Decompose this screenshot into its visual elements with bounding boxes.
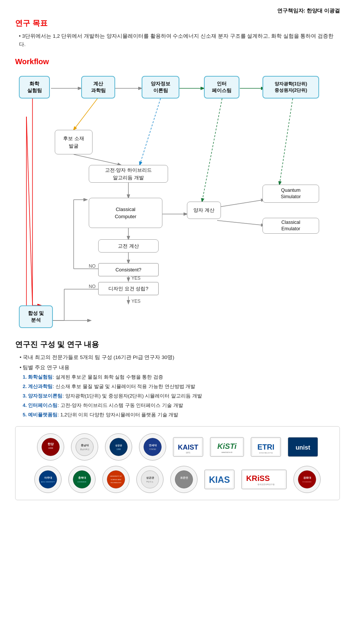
svg-text:CHUNGBUK: CHUNGBUK [77, 481, 86, 483]
candidate-node: 후보 소재발굴 [55, 130, 93, 154]
svg-text:한국전자통신연구원: 한국전자통신연구원 [259, 452, 273, 454]
numbered-item-1: 1. 화학실험팀: 설계된 후보군 물질의 화학 실험 수행을 통한 검증 [23, 373, 340, 381]
numbered-item-3: 3. 양자정보이론팀: 양자광학(1단위) 및 중성원자(2단위) 시뮬레이터 … [23, 392, 340, 400]
svg-text:NO: NO [89, 263, 96, 269]
svg-line-24 [26, 117, 32, 305]
svg-text:충남대: 충남대 [81, 444, 89, 447]
logo-standard: 표준연 [170, 466, 198, 493]
logo-kaist: KAIST 1971 [173, 437, 203, 457]
logo-bar: 한양 1939 충남대 충남대학교 성균관 1398 [15, 426, 340, 500]
svg-text:1398: 1398 [116, 448, 120, 451]
numbered-item-2: 2. 계산과학팀: 신소재 후보 물질 발굴 및 시뮬레이터 적용 가능한 연산… [23, 383, 340, 391]
svg-text:충남대학교: 충남대학교 [80, 448, 90, 451]
svg-text:unist: unist [296, 444, 310, 451]
svg-text:YONSEI: YONSEI [149, 448, 156, 451]
svg-text:연세대: 연세대 [149, 444, 157, 447]
svg-text:1971: 1971 [186, 451, 190, 454]
svg-text:AJOU UNIVERSITY: AJOU UNIVERSITY [41, 481, 55, 483]
inter-team-box: 인터페이스팀 [204, 76, 239, 99]
svg-text:경희대: 경희대 [303, 477, 311, 479]
svg-point-68 [175, 471, 193, 488]
svg-text:YES: YES [131, 299, 140, 304]
logo-ajou: 아주대 AJOU UNIVERSITY [34, 466, 62, 493]
svg-text:SCIENCE AND: SCIENCE AND [111, 479, 121, 481]
research-team-section: 연구진 구성 및 연구 내용 국내 최고의 전문가들로 5개의 팀 구성 (16… [15, 339, 340, 419]
svg-text:KiSTi: KiSTi [218, 442, 237, 451]
svg-text:www.kisti.re.kr: www.kisti.re.kr [222, 452, 233, 454]
logo-skku-p: 성균관 P연구소 [136, 466, 164, 493]
svg-text:표준연: 표준연 [180, 477, 188, 479]
svg-text:성균관: 성균관 [146, 477, 154, 479]
logo-yonsei: 연세대 YONSEI [139, 433, 166, 461]
calc-team-box: 계산과학팀 [81, 76, 115, 99]
svg-text:성균관: 성균관 [115, 445, 122, 447]
q-simulator-node: QuantumSimulator [262, 185, 319, 203]
quantum-team-box: 양자광학(1단위)중성원자(2단위) [262, 76, 319, 99]
svg-line-11 [202, 99, 222, 202]
logo-row-1: 한양 1939 충남대 충남대학교 성균관 1398 [20, 433, 335, 461]
logo-unist: unist [288, 437, 318, 457]
svg-point-75 [298, 471, 316, 488]
classical-computer-node: ClassicalComputer [89, 198, 162, 228]
synthesis-node: 합성 및분석 [19, 305, 53, 328]
logo-row-2: 아주대 AJOU UNIVERSITY 충북대 CHUNGBUK UNIVERS… [20, 466, 335, 493]
workflow-diagram: NO NO YES YES 화학실험팀 계산과학팀 양자정보이론팀 인터페이스팀… [15, 71, 340, 328]
c-emulator-node: ClassicalEmulator [262, 218, 319, 234]
logo-etri: ETRI 한국전자통신연구원 [251, 437, 281, 457]
logo-chungnam: 충남대 충남대학교 [71, 433, 98, 461]
svg-text:KRiSS: KRiSS [246, 474, 270, 482]
logo-chungbuk: 충북대 CHUNGBUK [68, 466, 96, 493]
svg-line-12 [279, 99, 293, 185]
hybrid-node: 고전·양자 하이브리드알고리듬 개발 [89, 165, 168, 183]
logo-hanyang: 한양 1939 [37, 433, 64, 461]
svg-text:NO: NO [89, 284, 96, 289]
svg-line-4 [74, 99, 97, 130]
logo-kias: KIAS [204, 470, 235, 489]
svg-text:한국표준과학연구원: 한국표준과학연구원 [258, 484, 275, 485]
svg-line-10 [217, 220, 264, 225]
svg-text:KIAS: KIAS [209, 475, 230, 485]
research-goal-title: 연구 목표 [15, 18, 340, 28]
research-bullet-1: 국내 최고의 전문가들로 5개의 팀 구성 (16기관 PI급 연구자 30명) [20, 353, 340, 362]
numbered-item-5: 5. 예비플랫폼팀: 1,2단위 이외 다양한 양자시뮬레이터 플랫폼 기술 개… [23, 411, 340, 419]
research-goal-description: 3단위에서는 1,2 단위에서 개발하는 양자시뮬레이터를 활용하여 수소에너지… [19, 32, 340, 48]
svg-text:ETRI: ETRI [258, 443, 275, 451]
workflow-title: Workflow [15, 57, 340, 66]
classical-calc-node: 고전 계산 [98, 239, 159, 253]
research-bullet-2: 팀별 주요 연구 내용 [20, 364, 340, 372]
logo-kriss: KRiSS 한국표준과학연구원 [241, 470, 287, 489]
svg-text:YES: YES [131, 276, 140, 281]
design-node: 디자인 요건 성립? [98, 282, 159, 295]
logo-kisti: KiSTi www.kisti.re.kr [210, 437, 244, 457]
svg-text:KAIST: KAIST [178, 444, 198, 451]
quantum-calc-node: 양자 계산 [187, 202, 221, 219]
consistent-node: Consistent? [98, 263, 159, 276]
svg-text:충북대: 충북대 [78, 477, 86, 480]
svg-point-58 [73, 471, 91, 488]
svg-line-5 [74, 154, 121, 165]
researcher-info: 연구책임자: 한양대 이광걸 [15, 8, 340, 14]
research-team-title: 연구진 구성 및 연구 내용 [15, 339, 340, 350]
logo-science-univ: UNIVERSITY OF SCIENCE AND TECHNOLOGY [102, 466, 130, 493]
svg-text:TECHNOLOGY: TECHNOLOGY [110, 482, 121, 484]
logo-skku: 성균관 1398 [105, 433, 132, 461]
svg-text:아주대: 아주대 [44, 477, 52, 479]
numbered-item-4: 4. 인터페이스팀: 고전-양자 하이브리드 시스템 구동 인터페이스 기술 개… [23, 402, 340, 410]
svg-text:UNIVERSITY OF: UNIVERSITY OF [110, 476, 122, 478]
qinfo-team-box: 양자정보이론팀 [142, 76, 179, 99]
svg-point-55 [39, 471, 57, 488]
svg-text:한양: 한양 [48, 442, 54, 446]
svg-point-65 [141, 471, 159, 488]
svg-line-9 [217, 200, 264, 207]
svg-text:1939: 1939 [48, 447, 53, 449]
svg-line-6 [140, 99, 161, 165]
logo-kyunghee: 경희대 KYUNGHEE [293, 466, 321, 493]
svg-point-35 [76, 438, 94, 456]
chem-team-box: 화학실험팀 [19, 76, 50, 99]
svg-text:P연구소: P연구소 [147, 481, 153, 483]
numbered-list: 1. 화학실험팀: 설계된 후보군 물질의 화학 실험 수행을 통한 검증 2.… [23, 373, 340, 419]
svg-text:KYUNGHEE: KYUNGHEE [303, 481, 312, 483]
svg-point-38 [110, 438, 128, 456]
svg-point-41 [144, 438, 162, 456]
